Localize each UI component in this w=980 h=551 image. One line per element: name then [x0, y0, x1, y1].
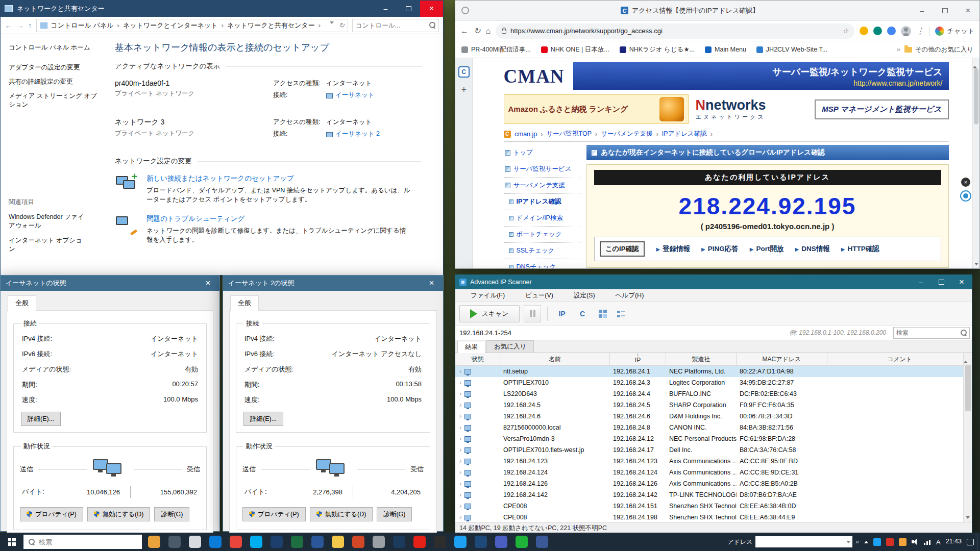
back-button[interactable]	[460, 27, 469, 36]
breadcrumb-link[interactable]: サーバ監視TOP	[546, 130, 601, 138]
page-scrollbar[interactable]	[972, 58, 979, 268]
explorer-search[interactable]	[352, 19, 439, 32]
column-comment[interactable]: コメント	[827, 353, 972, 365]
expand-icon[interactable]	[459, 458, 461, 465]
breadcrumb[interactable]: コントロール パネルネットワークとインターネットネットワークと共有センター	[36, 19, 349, 32]
maximize-button[interactable]	[934, 1, 957, 20]
scan-result-row[interactable]: 192.168.24.142 192.168.24.142 TP-LINK TE…	[455, 489, 972, 500]
ip-action-button[interactable]: ▶ DNS情報	[795, 244, 830, 254]
expand-icon[interactable]	[459, 413, 461, 420]
related-link[interactable]: インターネット オプション	[9, 236, 85, 254]
scan-result-row[interactable]: 192.168.24.126 192.168.24.126 Axis Commu…	[455, 478, 972, 489]
grid-view-icon[interactable]	[599, 310, 607, 318]
back-button[interactable]	[5, 21, 12, 30]
scan-result-row[interactable]: 192.168.24.123 192.168.24.123 Axis Commu…	[455, 456, 972, 467]
expand-icon[interactable]	[459, 435, 461, 442]
taskbar-app-icon[interactable]	[348, 533, 369, 551]
scrollbar-thumb[interactable]	[974, 68, 978, 124]
column-maker[interactable]: 製造社	[666, 353, 737, 365]
tray-app-icon-red[interactable]	[886, 538, 894, 546]
breadcrumb-link[interactable]: cman.jp	[515, 131, 547, 138]
chat-button[interactable]: チャット	[929, 27, 974, 36]
check-ip-button[interactable]: このIP確認	[600, 241, 645, 257]
scan-result-row[interactable]: 827156000000.local 192.168.24.8 CANON IN…	[455, 422, 972, 433]
expand-icon[interactable]	[459, 368, 461, 375]
bookmark-star-icon[interactable]	[842, 27, 848, 35]
speaker-icon[interactable]	[912, 539, 919, 545]
taskbar-app-icon[interactable]	[164, 533, 185, 551]
vertical-tab-active[interactable]: C	[458, 66, 470, 78]
taskbar-app-icon[interactable]	[246, 533, 266, 551]
chevron-down-icon[interactable]	[330, 21, 334, 24]
scan-result-row[interactable]: 192.168.24.124 192.168.24.124 Axis Commu…	[455, 467, 972, 478]
details-button[interactable]: 詳細(E)...	[243, 412, 283, 426]
breadcrumb-link[interactable]: IPアドレス確認	[662, 130, 716, 138]
tab-favorites[interactable]: お気に入り	[486, 340, 534, 353]
menu-item[interactable]: サーバ監視サービス	[504, 161, 581, 178]
menu-sub-item[interactable]: ドメイン/IP検索	[504, 210, 581, 227]
expand-icon[interactable]	[459, 514, 461, 521]
ip-action-button[interactable]: ▶ 登録情報	[656, 244, 690, 254]
scroll-down-icon[interactable]	[974, 263, 978, 265]
minimize-button[interactable]	[911, 275, 931, 289]
close-button[interactable]	[957, 1, 979, 20]
maximize-button[interactable]	[931, 275, 951, 289]
troubleshoot-link[interactable]: 問題のトラブルシューティング	[146, 214, 412, 223]
address-bar[interactable]: https://www.cman.jp/network/support/go_a…	[496, 23, 854, 39]
expand-icon[interactable]	[459, 480, 461, 487]
taskbar-clock[interactable]: 21:43	[946, 538, 962, 545]
bookmark-item[interactable]: Main Menu	[705, 46, 746, 53]
ip-details-button[interactable]: IP	[554, 305, 570, 322]
expand-icon[interactable]	[459, 379, 461, 386]
forward-button[interactable]	[16, 21, 24, 30]
menu-item[interactable]: サーバメンテ支援	[504, 178, 581, 194]
properties-button[interactable]: プロパティ(P)	[242, 507, 306, 521]
close-button[interactable]	[420, 276, 443, 291]
table-scrollbar[interactable]	[963, 353, 972, 522]
scroll-up-icon[interactable]	[964, 353, 968, 363]
diagnose-button[interactable]: 診断(G)	[154, 507, 189, 521]
chevrons-icon[interactable]	[855, 538, 859, 545]
breadcrumb-link[interactable]: サーバメンテ支援	[601, 130, 662, 138]
taskbar-app-icon[interactable]	[144, 533, 164, 551]
taskbar-search-input[interactable]	[39, 538, 137, 546]
scanner-search-input[interactable]	[896, 329, 961, 336]
details-button[interactable]: 詳細(E)...	[21, 412, 61, 426]
sidebar-link[interactable]: メディア ストリーミング オプション	[9, 92, 103, 109]
taskbar-app-icon[interactable]	[450, 533, 471, 551]
connection-link[interactable]: イーサネット 2	[335, 130, 380, 138]
scan-button[interactable]: スキャン	[459, 305, 520, 322]
menu-sub-item[interactable]: DNSチェック	[504, 259, 581, 268]
bookmarks-overflow-icon[interactable]	[897, 46, 900, 53]
sidebar-item-home[interactable]: コントロール パネル ホーム	[9, 43, 103, 52]
start-button[interactable]	[0, 533, 23, 551]
expand-icon[interactable]	[459, 424, 461, 431]
taskbar-app-icon[interactable]	[266, 533, 287, 551]
column-status[interactable]: 状態	[455, 353, 500, 365]
browser-menu-icon[interactable]	[461, 7, 469, 14]
ip-action-button[interactable]: ▶ PING応答	[701, 244, 739, 254]
diagnose-button[interactable]: 診断(G)	[377, 507, 412, 521]
network-center-titlebar[interactable]: ネットワークと共有センター	[1, 1, 443, 17]
menu-item[interactable]: トップ	[504, 145, 581, 161]
ip-action-button[interactable]: ▶ Port開放	[750, 244, 784, 254]
menu-sub-item[interactable]: IPアドレス確認	[504, 194, 581, 210]
refresh-icon[interactable]	[339, 21, 345, 29]
scrollbar-thumb[interactable]	[965, 365, 971, 411]
browser-titlebar[interactable]: C アクセス情報【使用中のIPアドレス確認】	[455, 1, 979, 21]
close-button[interactable]	[420, 1, 443, 17]
sidebar-link[interactable]: アダプターの設定の変更	[9, 63, 103, 72]
expand-icon[interactable]	[459, 469, 461, 476]
dialog-titlebar[interactable]: イーサネット 2の状態	[223, 276, 443, 291]
menu-sub-item[interactable]: SSLチェック	[504, 243, 581, 259]
menu-item[interactable]: 設定(S)	[564, 291, 605, 300]
msp-banner[interactable]: MSP マネージメント監視サービス	[815, 99, 948, 119]
close-button[interactable]	[197, 276, 219, 291]
taskbar-app-icon[interactable]	[389, 533, 409, 551]
tray-app-icon-blue[interactable]	[873, 538, 881, 546]
scan-result-row[interactable]: CPE008 192.168.24.198 Shenzhen SHX Techn…	[455, 512, 972, 522]
taskbar-app-icon[interactable]	[287, 533, 307, 551]
bookmark-item[interactable]: NHKラジオ らじる★...	[620, 45, 695, 54]
related-link[interactable]: Windows Defender ファイアウォール	[9, 213, 85, 230]
expand-icon[interactable]	[459, 503, 461, 510]
